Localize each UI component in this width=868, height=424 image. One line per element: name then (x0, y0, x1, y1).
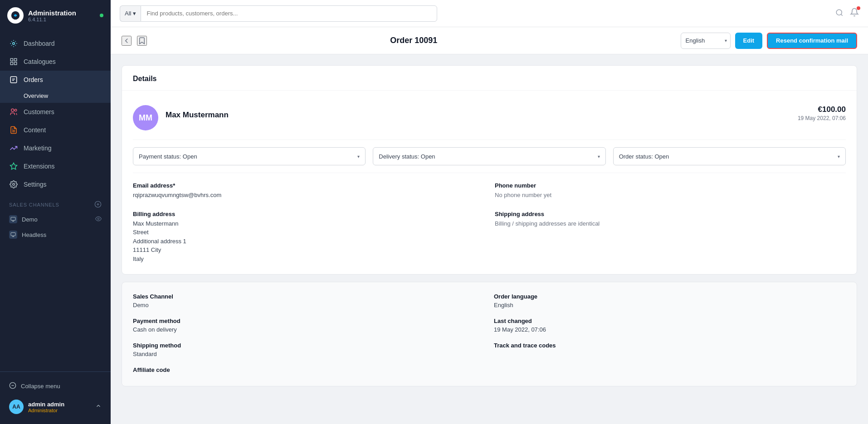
sidebar-sub-item-overview-label: Overview (24, 92, 48, 99)
billing-line-2: Street (133, 228, 484, 237)
catalogue-icon (9, 57, 18, 66)
search-input[interactable] (141, 5, 437, 22)
sidebar-item-marketing-label: Marketing (24, 145, 51, 152)
sidebar-item-content[interactable]: Content (0, 121, 111, 139)
app-name: Administration (28, 9, 76, 17)
sidebar: Administration 6.4.11.1 Dashboard Catalo… (0, 0, 111, 424)
order-status-label: Order status: Open (619, 153, 669, 160)
topbar: All ▾ (111, 0, 868, 27)
order-language-label: Order language (494, 293, 846, 300)
sidebar-item-settings-label: Settings (24, 181, 47, 188)
payment-status-dropdown[interactable]: Payment status: Open ▾ (133, 147, 366, 165)
demo-preview-icon[interactable] (95, 216, 102, 223)
sidebar-channel-headless[interactable]: Headless (0, 227, 111, 242)
last-changed-value: 19 May 2022, 07:06 (494, 326, 846, 333)
phone-label: Phone number (495, 182, 846, 189)
status-row: Payment status: Open ▾ Delivery status: … (133, 140, 846, 173)
svg-rect-6 (10, 77, 17, 83)
sidebar-item-marketing[interactable]: Marketing (0, 139, 111, 157)
headless-channel-icon (9, 231, 17, 239)
last-changed-group: Last changed 19 May 2022, 07:06 (494, 318, 846, 333)
customer-row: MM Max Mustermann €100.00 19 May 2022, 0… (133, 101, 846, 140)
order-amount: €100.00 (798, 105, 846, 114)
order-status-dropdown[interactable]: Order status: Open ▾ (613, 147, 846, 165)
billing-value: Max Mustermann Street Additional address… (133, 219, 484, 264)
bookmark-button[interactable] (137, 36, 147, 46)
add-sales-channel-icon[interactable] (94, 201, 102, 209)
sidebar-header: Administration 6.4.11.1 (0, 0, 111, 31)
page-header: Order 10091 English German French Spanis… (111, 27, 868, 54)
shipping-method-group: Shipping method Standard (133, 342, 485, 357)
collapse-menu-label: Collapse menu (21, 383, 60, 390)
billing-line-3: Additional address 1 (133, 237, 484, 246)
back-button[interactable] (122, 36, 132, 46)
billing-line-1: Max Mustermann (133, 219, 484, 228)
app-logo (7, 7, 24, 24)
sidebar-item-extensions[interactable]: Extensions (0, 157, 111, 175)
billing-label: Billing address (133, 211, 484, 217)
delivery-status-dropdown[interactable]: Delivery status: Open ▾ (373, 147, 605, 165)
billing-line-4: 11111 City (133, 246, 484, 255)
sidebar-item-dashboard-label: Dashboard (24, 40, 55, 47)
sidebar-item-customers[interactable]: Customers (0, 103, 111, 121)
info-grid: Email address* rqiprazwuqvumngtsw@bvhrs.… (133, 182, 846, 263)
demo-channel-icon (9, 215, 17, 223)
svg-rect-3 (15, 58, 17, 61)
svg-rect-5 (15, 63, 17, 65)
main-content: All ▾ Order 10091 English (111, 0, 868, 424)
search-filter-chevron-icon: ▾ (133, 10, 136, 17)
sidebar-item-settings[interactable]: Settings (0, 175, 111, 193)
notification-bell[interactable] (850, 8, 859, 19)
delivery-status-label: Delivery status: Open (379, 153, 435, 160)
resend-confirmation-mail-button[interactable]: Resend confirmation mail (767, 33, 857, 49)
payment-status-label: Payment status: Open (139, 153, 197, 160)
sidebar-item-catalogues[interactable]: Catalogues (0, 53, 111, 71)
collapse-menu-button[interactable]: Collapse menu (0, 377, 111, 395)
sales-channels-title: Sales Channels (9, 202, 59, 207)
sidebar-channel-demo[interactable]: Demo (0, 212, 111, 227)
extensions-icon (9, 162, 18, 171)
order-date: 19 May 2022, 07:06 (798, 115, 846, 121)
details-card-title: Details (122, 66, 857, 91)
shipping-method-value: Standard (133, 351, 485, 357)
order-status-chevron: ▾ (838, 154, 840, 159)
shipping-method-label: Shipping method (133, 342, 485, 349)
order-language-value: English (494, 302, 846, 308)
notification-dot (857, 6, 860, 10)
sidebar-item-catalogues-label: Catalogues (24, 58, 56, 65)
details-card-body: MM Max Mustermann €100.00 19 May 2022, 0… (122, 91, 857, 274)
svg-point-18 (98, 218, 99, 220)
language-selector[interactable]: English German French Spanish (681, 33, 731, 49)
sidebar-sub-item-overview[interactable]: Overview (0, 89, 111, 103)
language-selector-wrapper: English German French Spanish ▾ (681, 33, 731, 49)
online-indicator (100, 14, 103, 17)
customer-amount: €100.00 19 May 2022, 07:06 (798, 105, 846, 121)
edit-button[interactable]: Edit (735, 33, 763, 49)
collapse-icon (9, 382, 16, 390)
svg-point-8 (15, 109, 17, 111)
search-filter-button[interactable]: All ▾ (120, 5, 141, 22)
sidebar-item-content-label: Content (24, 126, 46, 134)
customers-icon (9, 107, 18, 116)
details-card: Details MM Max Mustermann €100.00 19 May… (122, 65, 857, 275)
user-menu-chevron-icon (95, 403, 102, 411)
app-version: 6.4.11.1 (28, 17, 76, 22)
payment-method-label: Payment method (133, 318, 485, 324)
customer-avatar: MM (133, 105, 158, 130)
content-area: Details MM Max Mustermann €100.00 19 May… (111, 54, 868, 424)
email-field-group: Email address* rqiprazwuqvumngtsw@bvhrs.… (133, 182, 484, 200)
orders-icon (9, 75, 18, 84)
meta-details-grid: Sales Channel Demo Order language Englis… (133, 293, 846, 375)
svg-point-7 (11, 109, 14, 111)
sales-channels-section: Sales Channels (0, 193, 111, 212)
topbar-search-icon[interactable] (835, 9, 844, 19)
track-trace-group: Track and trace codes (494, 342, 846, 357)
phone-value: No phone number yet (495, 191, 846, 200)
svg-point-24 (836, 10, 842, 15)
user-role: Administrator (28, 408, 91, 413)
order-language-group: Order language English (494, 293, 846, 308)
user-menu[interactable]: AA admin admin Administrator (0, 395, 111, 419)
sales-channel-value: Demo (133, 302, 485, 308)
sidebar-item-dashboard[interactable]: Dashboard (0, 34, 111, 53)
sidebar-item-orders[interactable]: Orders (0, 71, 111, 89)
